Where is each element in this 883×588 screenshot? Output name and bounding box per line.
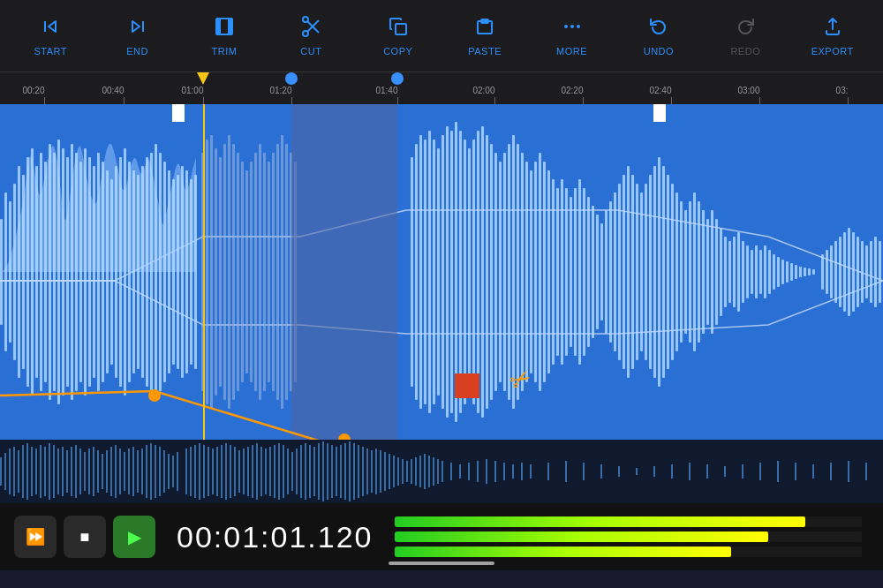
svg-rect-52 (163, 162, 166, 382)
svg-rect-170 (799, 267, 802, 277)
svg-rect-317 (865, 463, 867, 480)
clip-handle-left[interactable] (172, 104, 185, 122)
svg-rect-269 (358, 445, 359, 498)
level-meters (395, 516, 869, 557)
svg-rect-287 (437, 459, 439, 484)
svg-rect-171 (804, 268, 806, 276)
svg-rect-121 (583, 188, 585, 356)
svg-rect-23 (35, 166, 38, 378)
svg-rect-99 (486, 135, 488, 409)
svg-rect-136 (649, 175, 652, 369)
ctrl-dot-1[interactable] (148, 389, 161, 402)
svg-rect-124 (596, 215, 599, 329)
svg-rect-107 (521, 153, 524, 391)
svg-rect-293 (486, 459, 487, 484)
svg-rect-195 (26, 443, 28, 500)
undo-icon (648, 16, 669, 42)
play-button[interactable]: ▶ (113, 516, 155, 558)
svg-rect-167 (786, 261, 789, 283)
svg-rect-88 (437, 148, 440, 396)
svg-rect-7 (396, 24, 406, 34)
ruler-marks: 00:20 00:40 01:00 01:20 01:40 02:00 02:2… (0, 72, 883, 104)
svg-rect-164 (773, 254, 775, 290)
svg-rect-91 (450, 131, 453, 413)
svg-rect-42 (119, 157, 122, 387)
svg-rect-245 (252, 445, 253, 498)
toolbar-paste[interactable]: PASTE (458, 16, 511, 57)
svg-rect-261 (322, 441, 324, 501)
svg-rect-306 (671, 464, 673, 479)
svg-rect-309 (724, 466, 726, 477)
toolbar-more[interactable]: MORE (546, 16, 599, 57)
svg-rect-308 (706, 464, 708, 479)
svg-rect-147 (698, 201, 700, 343)
svg-rect-180 (848, 228, 850, 316)
playhead-blue-2[interactable] (391, 72, 404, 85)
svg-rect-45 (132, 170, 135, 373)
playhead-blue-1[interactable] (285, 72, 298, 85)
svg-rect-31 (71, 144, 73, 400)
fast-forward-button[interactable]: ⏩ (14, 516, 57, 558)
toolbar-trim[interactable]: TRIM (198, 16, 251, 57)
svg-rect-82 (411, 157, 413, 387)
export-icon (822, 16, 843, 42)
svg-rect-152 (720, 228, 722, 316)
svg-rect-295 (503, 463, 505, 480)
svg-rect-144 (684, 210, 687, 334)
toolbar-undo[interactable]: UNDO (632, 16, 685, 57)
svg-rect-129 (618, 184, 621, 360)
svg-rect-135 (645, 184, 647, 360)
svg-rect-67 (232, 144, 235, 400)
svg-rect-83 (415, 144, 418, 400)
svg-rect-57 (185, 170, 188, 373)
svg-rect-177 (834, 241, 837, 303)
svg-rect-70 (245, 170, 248, 373)
svg-rect-264 (336, 447, 337, 496)
toolbar-start[interactable]: START (24, 16, 77, 57)
svg-rect-145 (689, 201, 691, 343)
ctrl-dot-2[interactable] (338, 433, 351, 440)
svg-rect-146 (693, 192, 696, 351)
toolbar: START END TRIM CUT (0, 0, 883, 72)
svg-rect-284 (424, 454, 426, 489)
fast-forward-icon: ⏩ (26, 527, 45, 547)
ruler-mark: 02:20 (583, 97, 584, 104)
svg-rect-248 (265, 449, 267, 494)
ruler-mark: 00:40 (124, 97, 125, 104)
svg-rect-191 (9, 449, 11, 494)
waveform-container[interactable]: ✂ (0, 104, 883, 440)
svg-rect-310 (742, 464, 743, 479)
svg-rect-205 (71, 447, 72, 496)
ruler-mark: 00:20 (44, 97, 45, 104)
svg-rect-116 (561, 179, 563, 365)
svg-rect-196 (31, 447, 33, 496)
svg-rect-65 (223, 144, 226, 400)
svg-rect-26 (49, 144, 51, 400)
svg-rect-258 (309, 445, 311, 498)
timeline-ruler[interactable]: 00:20 00:40 01:00 01:20 01:40 02:00 02:2… (0, 72, 883, 104)
end-icon (127, 16, 148, 42)
svg-rect-286 (433, 457, 434, 486)
toolbar-export[interactable]: EXPORT (806, 16, 859, 57)
toolbar-copy[interactable]: COPY (372, 16, 425, 57)
level-meter-1 (395, 516, 862, 527)
stop-button[interactable]: ■ (64, 516, 106, 558)
svg-rect-44 (128, 162, 131, 382)
undo-label: UNDO (644, 46, 674, 57)
toolbar-cut[interactable]: CUT (284, 16, 337, 57)
stop-square-marker[interactable] (455, 373, 479, 398)
toolbar-end[interactable]: END (111, 16, 164, 57)
svg-rect-142 (675, 192, 678, 351)
svg-rect-172 (808, 268, 811, 275)
svg-rect-165 (777, 257, 780, 287)
svg-rect-297 (521, 463, 523, 480)
paste-label: PASTE (468, 46, 502, 57)
svg-rect-311 (759, 463, 761, 480)
svg-rect-236 (212, 449, 214, 494)
toolbar-redo[interactable]: REDO (719, 16, 772, 57)
svg-rect-113 (547, 170, 550, 373)
mini-waveform[interactable] (0, 440, 883, 503)
svg-rect-206 (75, 445, 77, 498)
clip-handle-right[interactable] (653, 104, 666, 122)
svg-rect-307 (689, 463, 691, 480)
